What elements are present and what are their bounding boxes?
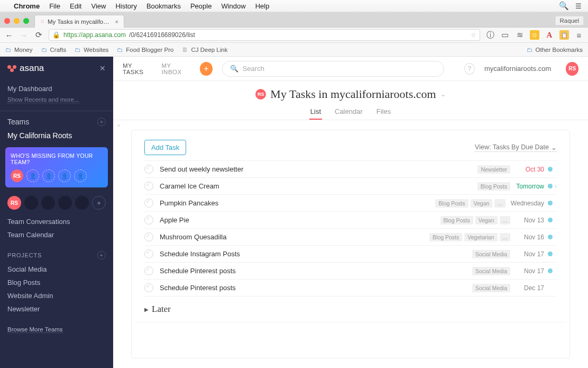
task-tag[interactable]: Blog Posts [435,199,468,208]
complete-checkbox-icon[interactable] [144,165,153,174]
member-avatar[interactable]: RS [11,169,23,182]
ext-a-icon[interactable]: A [545,30,554,40]
user-avatar[interactable]: RS [566,62,578,76]
ext-buffer-icon[interactable]: ≋ [515,30,525,40]
ext-info-icon[interactable]: ⓘ [485,30,495,40]
search-input[interactable]: 🔍 Search [222,61,444,77]
sidebar-collapse-icon[interactable]: ✕ [99,64,106,73]
ext-cast-icon[interactable]: ▭ [500,30,510,40]
menu-people[interactable]: People [190,2,212,10]
menu-history[interactable]: History [115,2,136,10]
window-minimize-icon[interactable] [14,18,20,24]
member-placeholder-icon[interactable]: 👤 [58,169,71,182]
sidebar-dashboard[interactable]: My Dashboard [7,82,106,95]
sidebar-project-website[interactable]: Website Admin [0,289,113,302]
complete-checkbox-icon[interactable] [144,199,153,208]
chrome-profile-button[interactable]: Raquel [555,16,584,25]
member-slot[interactable] [58,196,72,210]
menu-bookmarks[interactable]: Bookmarks [146,2,181,10]
sidebar-browse-teams[interactable]: Browse More Teams [7,326,63,333]
complete-checkbox-icon[interactable] [144,266,153,275]
task-row[interactable]: Caramel Ice CreamBlog PostsTomorrow› [144,178,557,195]
help-icon[interactable]: ? [464,63,475,75]
back-icon[interactable]: ← [4,31,14,40]
window-zoom-icon[interactable] [23,18,29,24]
tab-my-tasks[interactable]: MY TASKS [123,62,152,75]
forward-icon[interactable]: → [19,31,29,40]
user-avatar[interactable]: RS [7,196,21,210]
task-row[interactable]: Send out weekly newsletterNewsletterOct … [144,160,557,178]
menu-help[interactable]: Help [255,2,270,10]
task-row[interactable]: Schedule Pinterest postsSocial MediaNov … [144,263,557,280]
team-invite-card[interactable]: WHO'S MISSING FROM YOUR TEAM? RS 👤 👤 👤 👤 [5,147,108,187]
expand-panel-icon[interactable]: « [117,122,121,128]
menu-app[interactable]: Chrome [14,2,40,10]
member-slot[interactable] [41,196,55,210]
bookmark-other[interactable]: 🗀Other Bookmarks [527,47,583,53]
task-tag[interactable]: Blog Posts [477,182,510,191]
page-tab-list[interactable]: List [309,104,322,120]
section-later[interactable]: ▶ Later [135,297,566,322]
task-row[interactable]: Schedule Pinterest postsSocial MediaDec … [144,280,557,297]
view-selector[interactable]: View: Tasks By Due Date ⌄ [475,143,557,152]
task-row[interactable]: Apple PieBlog PostsVegan…Nov 13› [144,212,557,229]
complete-checkbox-icon[interactable] [144,216,153,225]
task-tag[interactable]: Social Media [472,250,510,258]
bookmark-crafts[interactable]: 🗀Crafts [41,47,67,53]
complete-checkbox-icon[interactable] [144,232,153,241]
tab-close-icon[interactable]: × [115,19,118,25]
ext-note-icon[interactable]: 📋 [559,30,569,40]
ext-smile-icon[interactable]: ☺ [530,30,539,40]
menu-list-icon[interactable]: ☰ [575,2,582,10]
task-tag[interactable]: Vegan [471,199,493,208]
bookmark-websites[interactable]: 🗀Websites [75,47,108,53]
member-slot[interactable] [24,196,38,210]
menu-edit[interactable]: Edit [70,2,81,10]
chrome-menu-icon[interactable]: ≡ [574,30,584,40]
chevron-right-icon[interactable]: › [555,183,557,190]
asana-logo[interactable]: asana [7,63,44,74]
sidebar-team-conversations[interactable]: Team Conversations [7,215,106,228]
bookmark-cj[interactable]: 🗎CJ Deep Link [182,47,227,53]
menu-file[interactable]: File [49,2,60,10]
complete-checkbox-icon[interactable] [144,182,153,191]
task-row[interactable]: Mushroom QuesadillaBlog PostsVegetarian…… [144,229,557,246]
task-row[interactable]: Pumpkin PancakesBlog PostsVegan…Wednesda… [144,195,557,212]
task-tag[interactable]: Vegan [475,216,498,225]
bookmark-money[interactable]: 🗀Money [5,47,33,53]
task-tag[interactable]: Blog Posts [440,216,473,225]
tab-my-inbox[interactable]: MY INBOX [161,62,190,75]
member-placeholder-icon[interactable]: 👤 [26,169,39,182]
title-dropdown-icon[interactable]: ⌄ [440,91,446,98]
bookmark-star-icon[interactable]: ☆ [471,31,476,39]
complete-checkbox-icon[interactable] [144,249,153,258]
more-tags-icon[interactable]: … [500,216,511,225]
workspace-name[interactable]: mycaliforniaroots.com [484,65,551,73]
page-tab-files[interactable]: Files [375,104,392,120]
menu-view[interactable]: View [91,2,106,10]
task-row[interactable]: Schedule Instagram PostsSocial MediaNov … [144,246,557,263]
member-slot[interactable] [75,196,89,210]
page-tab-calendar[interactable]: Calendar [334,104,364,120]
add-task-button[interactable]: Add Task [144,140,186,155]
sidebar-recents-toggle[interactable]: Show Recents and more... [7,96,79,103]
sidebar-project-newsletter[interactable]: Newsletter [0,302,113,316]
sidebar-project-social[interactable]: Social Media [0,263,113,276]
task-tag[interactable]: Social Media [472,284,510,292]
menu-window[interactable]: Window [221,2,245,10]
add-member-icon[interactable]: + [92,196,106,210]
add-project-icon[interactable]: + [97,251,106,259]
bookmark-fbp[interactable]: 🗀Food Blogger Pro [117,47,173,53]
more-tags-icon[interactable]: … [494,199,506,208]
window-close-icon[interactable] [4,18,10,24]
task-tag[interactable]: Vegetarian [464,233,497,241]
spotlight-icon[interactable]: 🔍 [559,1,569,11]
sidebar-team-calendar[interactable]: Team Calendar [7,228,106,241]
task-tag[interactable]: Social Media [472,267,510,275]
complete-checkbox-icon[interactable] [144,283,153,292]
reload-icon[interactable]: ⟳ [34,30,43,40]
browser-tab[interactable]: ⁙ My Tasks in mycaliforniaroo × [34,15,124,28]
sidebar-project-blog[interactable]: Blog Posts [0,276,113,289]
address-bar[interactable]: 🔒 https://app.asana.com/0/62416916689026… [49,29,480,41]
task-tag[interactable]: Newsletter [477,165,510,174]
